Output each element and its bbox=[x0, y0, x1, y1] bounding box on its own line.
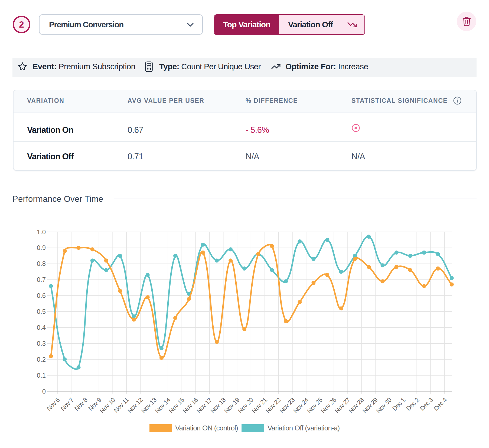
svg-text:Nov 17: Nov 17 bbox=[195, 396, 213, 414]
svg-text:0.8: 0.8 bbox=[37, 260, 46, 267]
svg-text:Dec 2: Dec 2 bbox=[405, 396, 420, 412]
svg-text:Nov 8: Nov 8 bbox=[73, 396, 89, 412]
svg-text:0.3: 0.3 bbox=[37, 340, 46, 347]
svg-text:Dec 4: Dec 4 bbox=[432, 396, 448, 412]
svg-text:Nov 22: Nov 22 bbox=[264, 396, 282, 414]
svg-text:Nov 12: Nov 12 bbox=[126, 396, 144, 414]
svg-text:Nov 23: Nov 23 bbox=[278, 396, 296, 414]
svg-text:0.5: 0.5 bbox=[37, 308, 46, 315]
svg-text:0.7: 0.7 bbox=[37, 276, 46, 283]
svg-text:Nov 19: Nov 19 bbox=[223, 396, 241, 414]
svg-text:Dec 1: Dec 1 bbox=[391, 396, 407, 412]
svg-text:Nov 20: Nov 20 bbox=[237, 396, 255, 414]
svg-text:Nov 25: Nov 25 bbox=[306, 396, 324, 414]
svg-text:Nov 18: Nov 18 bbox=[209, 396, 227, 414]
svg-text:Nov 7: Nov 7 bbox=[59, 396, 75, 412]
svg-text:Nov 24: Nov 24 bbox=[292, 396, 310, 414]
svg-text:Nov 6: Nov 6 bbox=[45, 396, 61, 412]
svg-text:Nov 21: Nov 21 bbox=[250, 396, 269, 414]
svg-text:Nov 10: Nov 10 bbox=[98, 396, 116, 414]
svg-text:0.6: 0.6 bbox=[37, 292, 46, 299]
svg-text:0.2: 0.2 bbox=[37, 356, 46, 363]
svg-text:Nov 16: Nov 16 bbox=[181, 396, 200, 414]
svg-text:0.9: 0.9 bbox=[37, 244, 46, 251]
svg-text:0: 0 bbox=[42, 388, 46, 395]
svg-text:Nov 26: Nov 26 bbox=[320, 396, 338, 414]
svg-text:Dec 3: Dec 3 bbox=[419, 396, 434, 412]
svg-text:Nov 30: Nov 30 bbox=[375, 396, 393, 414]
svg-text:Nov 15: Nov 15 bbox=[167, 396, 185, 414]
svg-text:Nov 11: Nov 11 bbox=[112, 396, 130, 414]
svg-text:Nov 27: Nov 27 bbox=[333, 396, 351, 414]
svg-text:Nov 29: Nov 29 bbox=[361, 396, 379, 414]
svg-text:1.0: 1.0 bbox=[37, 228, 46, 236]
svg-text:Nov 28: Nov 28 bbox=[347, 396, 365, 414]
svg-text:Nov 14: Nov 14 bbox=[154, 396, 172, 414]
svg-text:Nov 13: Nov 13 bbox=[140, 396, 158, 414]
svg-text:0.4: 0.4 bbox=[37, 324, 46, 331]
svg-text:0.1: 0.1 bbox=[37, 372, 46, 379]
